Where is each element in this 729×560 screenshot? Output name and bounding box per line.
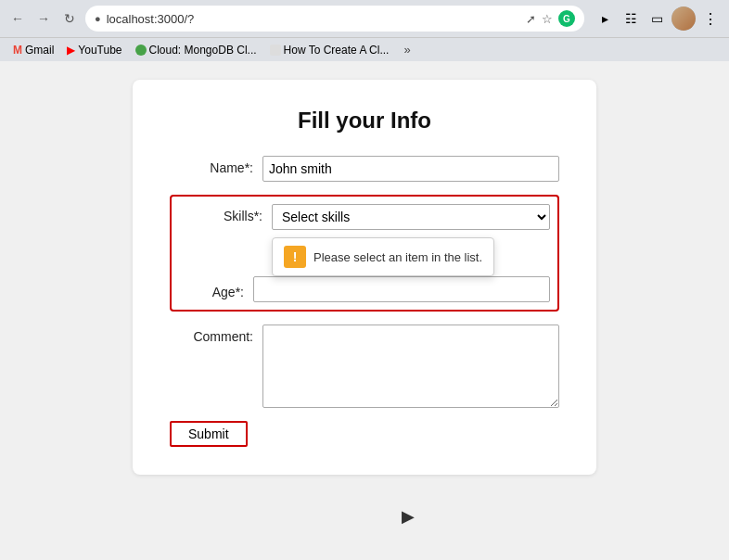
bookmark-mongodb[interactable]: Cloud: MongoDB Cl...	[130, 42, 262, 58]
bookmark-youtube[interactable]: ▶ YouTube	[61, 42, 127, 58]
forward-button[interactable]: →	[33, 8, 54, 29]
menu-icon[interactable]: ⋮	[699, 7, 722, 30]
skills-select[interactable]: Select skills JavaScript Python Java C++	[272, 204, 550, 230]
name-input[interactable]	[262, 156, 559, 182]
skills-row: Skills*: Select skills JavaScript Python…	[179, 204, 550, 230]
grammarly-icon[interactable]: G	[558, 10, 575, 27]
address-bar[interactable]: ● localhost:3000/? ➚ ☆ G	[85, 6, 584, 32]
tooltip-message: Please select an item in the list.	[313, 250, 482, 264]
skills-label: Skills*:	[179, 204, 262, 223]
age-input[interactable]	[253, 276, 550, 302]
profile-avatar[interactable]	[671, 6, 696, 31]
mongodb-icon	[135, 45, 147, 56]
submit-button[interactable]: Submit	[170, 421, 248, 447]
browser-chrome: ← → ↻ ● localhost:3000/? ➚ ☆ G ▸ ☷ ▭ ⋮ M…	[0, 0, 729, 61]
bookmark-gmail[interactable]: M Gmail	[7, 42, 59, 58]
form-title: Fill your Info	[170, 108, 559, 134]
name-label: Name*:	[170, 156, 253, 175]
bookmark-howto-label: How To Create A Cl...	[284, 44, 390, 57]
bookmarks-more[interactable]: »	[400, 41, 414, 58]
bookmark-mongodb-label: Cloud: MongoDB Cl...	[149, 44, 257, 57]
extensions-icon[interactable]: ▸	[594, 7, 616, 30]
cursor: ▶	[402, 506, 415, 527]
howto-icon	[270, 45, 281, 56]
bookmark-howto[interactable]: How To Create A Cl...	[264, 42, 395, 58]
window-icon[interactable]: ▭	[646, 7, 668, 30]
lock-icon: ●	[95, 13, 101, 24]
tooltip-warning-icon: !	[284, 246, 306, 268]
url-text: localhost:3000/?	[107, 12, 520, 26]
name-row: Name*:	[170, 156, 559, 182]
share-icon[interactable]: ➚	[526, 12, 536, 26]
age-label: Age*:	[179, 280, 244, 299]
gmail-icon: M	[13, 44, 22, 57]
page-content: Fill your Info Name*: Skills*: Select sk…	[0, 61, 729, 558]
comment-row: Comment:	[170, 325, 559, 408]
reload-button[interactable]: ↻	[59, 8, 80, 29]
avatar-img	[671, 6, 696, 31]
toolbar-icons: ▸ ☷ ▭ ⋮	[594, 6, 722, 31]
comment-textarea[interactable]	[262, 325, 559, 408]
youtube-icon: ▶	[67, 44, 75, 57]
submit-row: Submit	[170, 421, 559, 447]
star-icon[interactable]: ☆	[542, 12, 553, 26]
tab-search-icon[interactable]: ☷	[620, 7, 642, 30]
bookmark-youtube-label: YouTube	[78, 44, 122, 57]
age-row: Age*:	[179, 276, 550, 302]
back-button[interactable]: ←	[7, 8, 28, 29]
browser-toolbar: ← → ↻ ● localhost:3000/? ➚ ☆ G ▸ ☷ ▭ ⋮	[0, 0, 729, 37]
skills-container: Select skills JavaScript Python Java C++…	[272, 204, 550, 230]
bookmark-gmail-label: Gmail	[25, 44, 54, 57]
validation-highlight-box: Skills*: Select skills JavaScript Python…	[170, 195, 559, 312]
validation-tooltip: ! Please select an item in the list.	[272, 237, 494, 276]
address-icons: ➚ ☆ G	[526, 10, 575, 27]
comment-label: Comment:	[170, 325, 253, 344]
bookmarks-bar: M Gmail ▶ YouTube Cloud: MongoDB Cl... H…	[0, 37, 729, 61]
form-card: Fill your Info Name*: Skills*: Select sk…	[133, 80, 596, 475]
